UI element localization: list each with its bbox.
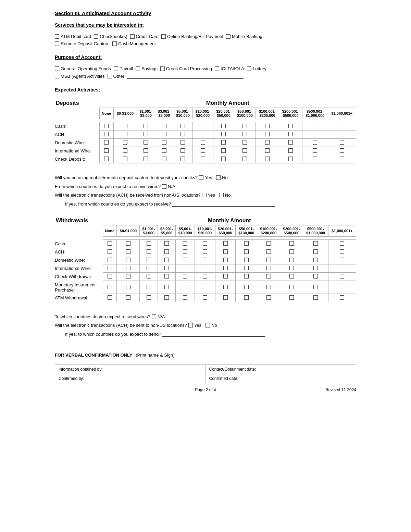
deposit-cash-10001-20000[interactable] xyxy=(201,124,205,128)
w-ach-50001-100000[interactable] xyxy=(244,249,249,254)
w-cash-100001-200000[interactable] xyxy=(266,241,271,246)
deposit-cd-1000001-plus[interactable] xyxy=(340,157,344,161)
q4-na-checkbox[interactable] xyxy=(152,314,156,319)
w-ach-200001-500000[interactable] xyxy=(289,249,294,254)
purpose-payroll[interactable]: Payroll xyxy=(114,66,133,71)
service-online-banking-checkbox[interactable] xyxy=(161,34,166,39)
deposit-ach-50001-100000[interactable] xyxy=(242,132,247,136)
w-cw-1001-3000[interactable] xyxy=(147,274,151,279)
deposit-iw-5001-10000[interactable] xyxy=(180,148,185,153)
w-dw-200001-500000[interactable] xyxy=(289,258,294,262)
purpose-credit-card-processing-checkbox[interactable] xyxy=(160,66,165,71)
deposit-cash-none[interactable] xyxy=(104,124,109,128)
w-atm-1001-3000[interactable] xyxy=(147,295,151,300)
deposit-iw-0-1000[interactable] xyxy=(123,148,127,153)
deposit-dw-1000001-plus[interactable] xyxy=(340,140,344,145)
deposit-cash-20001-50000[interactable] xyxy=(221,124,226,128)
deposit-cd-none[interactable] xyxy=(104,157,109,161)
w-ach-none[interactable] xyxy=(108,249,112,254)
purpose-general-operating[interactable]: General Operating Funds xyxy=(55,66,111,71)
w-cw-100001-200000[interactable] xyxy=(266,274,271,279)
deposit-dw-200001-500000[interactable] xyxy=(288,140,293,145)
service-credit-card[interactable]: Credit Card xyxy=(130,34,159,39)
w-iw-3001-5000[interactable] xyxy=(164,266,169,270)
q5-yes-checkbox[interactable] xyxy=(188,323,193,327)
w-atm-20001-50000[interactable] xyxy=(223,295,228,300)
w-atm-0-1000[interactable] xyxy=(126,295,130,300)
service-mobile-banking[interactable]: Mobile Banking xyxy=(226,34,262,39)
deposit-ach-1000001-plus[interactable] xyxy=(340,132,344,136)
purpose-lottery[interactable]: Lottery xyxy=(247,66,266,71)
w-iw-5001-10000[interactable] xyxy=(183,266,187,270)
w-ach-500001-1000000[interactable] xyxy=(313,249,318,254)
w-atm-50001-100000[interactable] xyxy=(244,295,249,300)
deposit-cash-1000001-plus[interactable] xyxy=(340,124,344,128)
w-dw-1000001-plus[interactable] xyxy=(340,258,344,262)
w-dw-none[interactable] xyxy=(108,258,112,262)
w-ach-20001-50000[interactable] xyxy=(223,249,228,254)
w-iw-1001-3000[interactable] xyxy=(147,266,151,270)
w-cw-50001-100000[interactable] xyxy=(244,274,249,279)
deposit-cash-500001-1000000[interactable] xyxy=(313,124,317,128)
w-atm-10001-20000[interactable] xyxy=(203,295,207,300)
service-cash-management-checkbox[interactable] xyxy=(112,41,117,46)
w-cash-50001-100000[interactable] xyxy=(244,241,249,246)
deposit-cash-5001-10000[interactable] xyxy=(180,124,185,128)
deposit-cd-50001-100000[interactable] xyxy=(242,157,247,161)
w-iw-none[interactable] xyxy=(108,266,112,270)
q2-na-checkbox[interactable] xyxy=(162,184,166,189)
w-mi-0-1000[interactable] xyxy=(126,285,130,289)
deposit-dw-3001-5000[interactable] xyxy=(162,140,166,145)
other-field[interactable] xyxy=(127,73,244,79)
w-cash-none[interactable] xyxy=(108,241,112,246)
deposit-dw-1001-3000[interactable] xyxy=(144,140,148,145)
deposit-cd-100001-200000[interactable] xyxy=(265,157,270,161)
q5-answer-field[interactable] xyxy=(162,331,265,337)
deposit-iw-20001-50000[interactable] xyxy=(221,148,226,153)
deposit-iw-50001-100000[interactable] xyxy=(242,148,247,153)
w-cash-1001-3000[interactable] xyxy=(147,241,151,246)
deposit-cd-20001-50000[interactable] xyxy=(221,157,226,161)
q5-no-item[interactable]: No xyxy=(206,323,217,328)
w-iw-20001-50000[interactable] xyxy=(223,266,228,270)
w-cw-3001-5000[interactable] xyxy=(164,274,169,279)
w-ach-1000001-plus[interactable] xyxy=(340,249,344,254)
deposit-iw-100001-200000[interactable] xyxy=(265,148,270,153)
deposit-iw-none[interactable] xyxy=(104,148,109,153)
w-mi-5001-10000[interactable] xyxy=(183,285,187,289)
w-dw-20001-50000[interactable] xyxy=(223,258,228,262)
q5-no-checkbox[interactable] xyxy=(206,323,210,327)
w-ach-100001-200000[interactable] xyxy=(266,249,271,254)
deposit-cd-1001-3000[interactable] xyxy=(144,157,148,161)
purpose-credit-card-processing[interactable]: Credit Card Processing xyxy=(160,66,212,71)
deposit-cash-100001-200000[interactable] xyxy=(265,124,270,128)
w-atm-none[interactable] xyxy=(108,295,112,300)
deposit-ach-500001-1000000[interactable] xyxy=(313,132,317,136)
w-iw-50001-100000[interactable] xyxy=(244,266,249,270)
deposit-dw-none[interactable] xyxy=(104,140,109,145)
w-cash-5001-10000[interactable] xyxy=(183,241,187,246)
service-atm-debit-checkbox[interactable] xyxy=(55,34,59,39)
deposit-iw-3001-5000[interactable] xyxy=(162,148,166,153)
deposit-iw-500001-1000000[interactable] xyxy=(313,148,317,153)
q3-no-checkbox[interactable] xyxy=(219,193,224,197)
service-remote-deposit[interactable]: Remote Deposit Capture xyxy=(55,41,110,46)
deposit-cash-0-1000[interactable] xyxy=(123,124,127,128)
deposit-ach-20001-50000[interactable] xyxy=(221,132,226,136)
w-dw-0-1000[interactable] xyxy=(126,258,130,262)
deposit-cd-3001-5000[interactable] xyxy=(162,157,166,161)
deposit-iw-10001-20000[interactable] xyxy=(201,148,205,153)
deposit-cash-200001-500000[interactable] xyxy=(288,124,293,128)
w-ach-1001-3000[interactable] xyxy=(147,249,151,254)
w-ach-0-1000[interactable] xyxy=(126,249,130,254)
w-dw-100001-200000[interactable] xyxy=(266,258,271,262)
w-dw-50001-100000[interactable] xyxy=(244,258,249,262)
w-ach-5001-10000[interactable] xyxy=(183,249,187,254)
q3-yes-checkbox[interactable] xyxy=(202,193,207,197)
w-cw-10001-20000[interactable] xyxy=(203,274,207,279)
deposit-cash-1001-3000[interactable] xyxy=(144,124,148,128)
q2-na-item[interactable]: N/A xyxy=(162,184,175,189)
purpose-other[interactable]: Other xyxy=(108,74,125,79)
deposit-ach-none[interactable] xyxy=(104,132,109,136)
service-cash-management[interactable]: Cash Management xyxy=(112,41,156,46)
